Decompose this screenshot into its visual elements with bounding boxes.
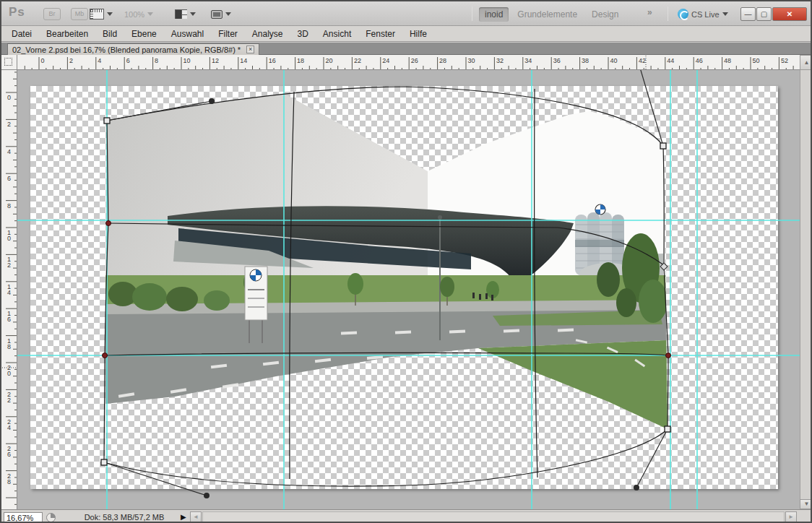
svg-text:42: 42 xyxy=(639,57,646,64)
svg-text:14: 14 xyxy=(7,283,11,296)
canvas-viewport[interactable] xyxy=(17,70,800,509)
workspace-inoid[interactable]: inoid xyxy=(479,7,509,22)
launch-bridge-button[interactable]: Br xyxy=(43,8,61,20)
scroll-down-button[interactable]: ▼ xyxy=(800,499,812,509)
close-button[interactable]: ✕ xyxy=(772,7,807,21)
svg-text:16: 16 xyxy=(7,310,11,323)
menu-datei[interactable]: Datei xyxy=(4,27,39,41)
status-flyout-arrow[interactable]: ▶ xyxy=(181,513,186,521)
arrange-documents-icon xyxy=(175,9,187,19)
svg-text:6: 6 xyxy=(126,57,130,64)
chevron-down-icon xyxy=(225,12,231,16)
menu-hilfe[interactable]: Hilfe xyxy=(402,27,434,41)
svg-text:40: 40 xyxy=(610,57,618,64)
svg-text:6: 6 xyxy=(7,175,11,182)
svg-text:48: 48 xyxy=(724,57,731,64)
svg-text:4: 4 xyxy=(98,57,101,64)
svg-text:28: 28 xyxy=(7,472,11,485)
scroll-right-button[interactable]: ► xyxy=(785,511,797,523)
vertical-scrollbar[interactable] xyxy=(800,70,812,509)
svg-text:30: 30 xyxy=(468,57,475,64)
svg-text:38: 38 xyxy=(582,57,589,64)
zoom-percentage-field[interactable]: 16,67% xyxy=(4,512,43,523)
scroll-up-button[interactable]: ▲ xyxy=(800,55,812,70)
svg-text:22: 22 xyxy=(354,57,361,64)
horizontal-scrollbar[interactable] xyxy=(202,511,785,523)
toolbar-separator xyxy=(668,7,668,21)
menu-fenster[interactable]: Fenster xyxy=(358,27,402,41)
workspace-design[interactable]: Design xyxy=(586,7,624,22)
svg-text:22: 22 xyxy=(7,391,11,404)
chevron-down-icon xyxy=(107,12,113,16)
svg-text:8: 8 xyxy=(7,202,11,209)
svg-text:2: 2 xyxy=(7,121,11,128)
menu-bild[interactable]: Bild xyxy=(95,27,124,41)
menu-auswahl[interactable]: Auswahl xyxy=(164,27,211,41)
view-extras-button[interactable] xyxy=(90,7,113,21)
horizontal-ruler[interactable]: 0246810121416182022242628303234363840424… xyxy=(17,55,800,70)
svg-text:0: 0 xyxy=(7,94,11,101)
status-bar: 16,67% Dok: 58,3 MB/57,2 MB ▶ ◄ ► xyxy=(1,509,811,523)
svg-text:26: 26 xyxy=(7,445,11,458)
ruler-origin-box[interactable] xyxy=(1,55,17,70)
zoom-level-value: 100% xyxy=(124,10,144,19)
menu-bar: DateiBearbeitenBildEbeneAuswahlFilterAna… xyxy=(1,26,811,42)
svg-text:26: 26 xyxy=(411,57,418,64)
svg-text:24: 24 xyxy=(7,418,11,431)
document-size-readout: Dok: 58,3 MB/57,2 MB xyxy=(66,513,182,522)
menu-bearbeiten[interactable]: Bearbeiten xyxy=(39,27,95,41)
chevron-down-icon xyxy=(190,12,196,16)
svg-text:10: 10 xyxy=(183,57,191,64)
svg-text:12: 12 xyxy=(7,256,11,269)
svg-text:2: 2 xyxy=(69,57,73,64)
view-extras-icon xyxy=(90,9,104,20)
document-tab[interactable]: 02_Vorne 2.psd bei 16,7% (Blended panora… xyxy=(7,43,259,55)
workspace-switcher: inoidGrundelementeDesign xyxy=(479,7,624,21)
menu-ansicht[interactable]: Ansicht xyxy=(316,27,358,41)
svg-text:24: 24 xyxy=(382,57,389,64)
svg-text:46: 46 xyxy=(696,57,703,64)
menu-analyse[interactable]: Analyse xyxy=(245,27,290,41)
application-bar: Ps Br Mb 100% inoidGrundelementeDesign »… xyxy=(1,1,811,26)
minimize-button[interactable]: — xyxy=(740,7,756,21)
svg-text:14: 14 xyxy=(240,57,247,64)
arrange-documents-button[interactable] xyxy=(175,7,196,21)
cs-live-icon xyxy=(678,9,688,20)
screen-mode-button[interactable] xyxy=(211,7,231,21)
svg-text:0: 0 xyxy=(41,57,45,64)
vertical-ruler[interactable]: 0246810121416182022242628 xyxy=(1,70,17,509)
screen-mode-icon xyxy=(211,10,223,19)
scroll-left-button[interactable]: ◄ xyxy=(190,511,202,523)
svg-text:16: 16 xyxy=(269,57,276,64)
svg-text:44: 44 xyxy=(667,57,674,64)
svg-text:28: 28 xyxy=(439,57,446,64)
document-canvas[interactable] xyxy=(30,86,778,489)
scratch-pie-icon xyxy=(46,513,56,522)
svg-text:4: 4 xyxy=(7,148,11,155)
svg-text:52: 52 xyxy=(781,57,788,64)
menu-filter[interactable]: Filter xyxy=(211,27,245,41)
workspace-overflow-button[interactable]: » xyxy=(642,5,658,20)
menu-3d[interactable]: 3D xyxy=(290,27,316,41)
warped-panorama-image xyxy=(30,86,778,489)
toolbar-separator xyxy=(472,7,472,21)
menu-ebene[interactable]: Ebene xyxy=(124,27,164,41)
tab-close-icon[interactable]: × xyxy=(246,46,254,53)
warp-handle-point[interactable] xyxy=(204,493,210,498)
svg-text:18: 18 xyxy=(7,337,11,350)
workspace-grundelemente[interactable]: Grundelemente xyxy=(511,7,583,22)
chevron-down-icon xyxy=(722,12,728,16)
svg-text:8: 8 xyxy=(155,57,158,64)
svg-text:34: 34 xyxy=(524,57,532,64)
photoshop-logo-icon: Ps xyxy=(9,5,25,20)
svg-text:20: 20 xyxy=(326,57,333,64)
restore-button[interactable]: ▢ xyxy=(756,7,772,21)
photoshop-window: Ps Br Mb 100% inoidGrundelementeDesign »… xyxy=(0,0,812,523)
document-tab-bar: 02_Vorne 2.psd bei 16,7% (Blended panora… xyxy=(1,43,811,55)
svg-text:36: 36 xyxy=(553,57,561,64)
cs-live-button[interactable]: CS Live xyxy=(678,7,728,21)
svg-text:50: 50 xyxy=(753,57,760,64)
svg-text:10: 10 xyxy=(7,229,11,242)
launch-mini-bridge-button[interactable]: Mb xyxy=(71,8,88,20)
zoom-level-dropdown[interactable]: 100% xyxy=(124,7,153,21)
